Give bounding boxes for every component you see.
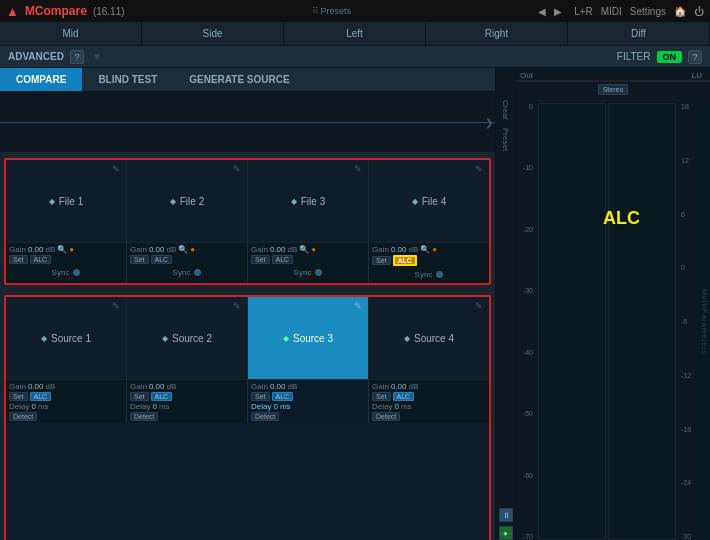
- filter-help-button[interactable]: ?: [688, 50, 702, 64]
- diamond-icon-2: ◆: [170, 197, 176, 206]
- set-btn-1[interactable]: Set: [9, 255, 28, 264]
- tab-diff[interactable]: Diff: [568, 22, 710, 45]
- src-detect-btn-4[interactable]: Detect: [372, 412, 400, 421]
- source-ctrl-row1-1: Gain 0.00 dB: [9, 382, 123, 391]
- source-ctrl-3: Gain 0.00 dB Set ALC Delay 0 ms Detect: [248, 380, 369, 423]
- file-name-2: ◆ File 2: [170, 196, 204, 207]
- tab-right[interactable]: Right: [426, 22, 568, 45]
- file-ctrl-4: Gain 0.00 dB 🔍 ● Set ALC Sync: [369, 243, 489, 283]
- set-btn-3[interactable]: Set: [251, 255, 270, 264]
- filter-on-button[interactable]: ON: [657, 51, 683, 63]
- magnify-icon-4[interactable]: 🔍: [420, 245, 430, 254]
- nav-left-icon[interactable]: ◀: [538, 6, 546, 17]
- src-detect-btn-3[interactable]: Detect: [251, 412, 279, 421]
- meter-bar-right: [608, 103, 676, 540]
- pause-button[interactable]: ⏸: [499, 508, 513, 522]
- magnify-icon-3[interactable]: 🔍: [299, 245, 309, 254]
- set-btn-4[interactable]: Set: [372, 256, 391, 265]
- src-alc-btn-2[interactable]: ALC: [151, 392, 173, 401]
- src-detect-btn-2[interactable]: Detect: [130, 412, 158, 421]
- mode-tab-generate-source[interactable]: GENERATE SOURCE: [173, 68, 305, 91]
- source-cell-4[interactable]: ✎ ◆ Source 4: [369, 297, 489, 379]
- rscale-m18: -18: [681, 426, 691, 433]
- meter-bar-left: [538, 103, 606, 540]
- preset-label-side: Preset: [499, 126, 512, 153]
- file-ctrl-row2-1: Set ALC: [9, 255, 123, 264]
- sync-dot-1[interactable]: [73, 269, 80, 276]
- scale-minus50: -50: [523, 410, 533, 417]
- magnify-icon-2[interactable]: 🔍: [178, 245, 188, 254]
- lr-label: L+R: [574, 6, 593, 17]
- source-ctrl-row1-3: Gain 0.00 dB: [251, 382, 365, 391]
- rscale-18: 18: [681, 103, 689, 110]
- advanced-dropdown-icon[interactable]: ▼: [92, 51, 102, 62]
- alc-btn-1[interactable]: ALC: [30, 255, 52, 264]
- power-icon[interactable]: ⏻: [694, 6, 704, 17]
- alc-btn-3[interactable]: ALC: [272, 255, 294, 264]
- source-edit-icon-3: ✎: [354, 301, 362, 311]
- rscale-0: 0: [681, 264, 685, 271]
- src-set-btn-1[interactable]: Set: [9, 392, 28, 401]
- src-set-btn-4[interactable]: Set: [372, 392, 391, 401]
- file-ctrl-row1-1: Gain 0.00 dB 🔍 ●: [9, 245, 123, 254]
- midi-label: MIDI: [601, 6, 622, 17]
- sync-dot-2[interactable]: [194, 269, 201, 276]
- home-icon[interactable]: 🏠: [674, 6, 686, 17]
- source-section: Source ✎ ◆ Source 1 ✎ ◆ Source 2: [4, 295, 491, 540]
- sync-dot-3[interactable]: [315, 269, 322, 276]
- rscale-12: 12: [681, 157, 689, 164]
- file-cell-4[interactable]: ✎ ◆ File 4: [369, 160, 489, 242]
- src-alc-btn-4[interactable]: ALC: [393, 392, 415, 401]
- file-name-1: ◆ File 1: [49, 196, 83, 207]
- dot-icon-2: ●: [190, 245, 195, 254]
- tab-side[interactable]: Side: [142, 22, 284, 45]
- src-alc-btn-3[interactable]: ALC: [272, 392, 294, 401]
- rscale-m24: -24: [681, 479, 691, 486]
- waveform-line: [0, 122, 495, 123]
- set-btn-2[interactable]: Set: [130, 255, 149, 264]
- src-set-btn-2[interactable]: Set: [130, 392, 149, 401]
- src-detect-btn-1[interactable]: Detect: [9, 412, 37, 421]
- file-cell-2[interactable]: ✎ ◆ File 2: [127, 160, 248, 242]
- mode-tab-blind-test[interactable]: BLIND TEST: [82, 68, 173, 91]
- sync-dot-4[interactable]: [436, 271, 443, 278]
- source-cell-1[interactable]: ✎ ◆ Source 1: [6, 297, 127, 379]
- source-cell-3[interactable]: ✎ ◆ Source 3: [248, 297, 369, 379]
- advanced-label: ADVANCED: [8, 51, 64, 62]
- presets-label[interactable]: Presets: [321, 6, 352, 16]
- file-ctrl-row1-4: Gain 0.00 dB 🔍 ●: [372, 245, 486, 254]
- source-ctrl-2: Gain 0.00 dB Set ALC Delay 0 ms Detect: [127, 380, 248, 423]
- waveform-scroll-right[interactable]: ❯: [485, 116, 493, 127]
- alc-btn-4[interactable]: ALC: [393, 255, 417, 266]
- filter-label: FILTER: [617, 51, 651, 62]
- source-ctrl-row2-4: Set ALC: [372, 392, 486, 401]
- tab-left[interactable]: Left: [284, 22, 426, 45]
- advanced-help-button[interactable]: ?: [70, 50, 84, 64]
- file-ctrl-1: Gain 0.00 dB 🔍 ● Set ALC Sync: [6, 243, 127, 283]
- source-controls: Gain 0.00 dB Set ALC Delay 0 ms Detect: [6, 379, 489, 423]
- app-version: (16.11): [93, 6, 125, 17]
- magnify-icon-1[interactable]: 🔍: [57, 245, 67, 254]
- source-ctrl-row4-3: Detect: [251, 412, 365, 421]
- source-cell-2[interactable]: ✎ ◆ Source 2: [127, 297, 248, 379]
- green-button[interactable]: ●: [499, 526, 513, 540]
- mode-tab-compare[interactable]: COMPARE: [0, 68, 82, 91]
- lu-label: LU: [692, 71, 706, 80]
- file-edit-icon-3: ✎: [354, 164, 362, 174]
- stereo-button[interactable]: Stereo: [598, 84, 629, 95]
- file-ctrl-row1-2: Gain 0.00 dB 🔍 ●: [130, 245, 244, 254]
- file-cell-3[interactable]: ✎ ◆ File 3: [248, 160, 369, 242]
- file-name-3: ◆ File 3: [291, 196, 325, 207]
- source-name-4: ◆ Source 4: [404, 333, 454, 344]
- file-edit-icon-2: ✎: [233, 164, 241, 174]
- src-set-btn-3[interactable]: Set: [251, 392, 270, 401]
- waveform-area: ❯: [0, 92, 495, 152]
- settings-icon[interactable]: Settings: [630, 6, 666, 17]
- src-alc-btn-1[interactable]: ALC: [30, 392, 52, 401]
- nav-right-icon[interactable]: ▶: [554, 6, 562, 17]
- alc-btn-2[interactable]: ALC: [151, 255, 173, 264]
- file-controls: Gain 0.00 dB 🔍 ● Set ALC Sync: [6, 242, 489, 283]
- file-cell-1[interactable]: ✎ ◆ File 1: [6, 160, 127, 242]
- tab-mid[interactable]: Mid: [0, 22, 142, 45]
- source-ctrl-1: Gain 0.00 dB Set ALC Delay 0 ms Detect: [6, 380, 127, 423]
